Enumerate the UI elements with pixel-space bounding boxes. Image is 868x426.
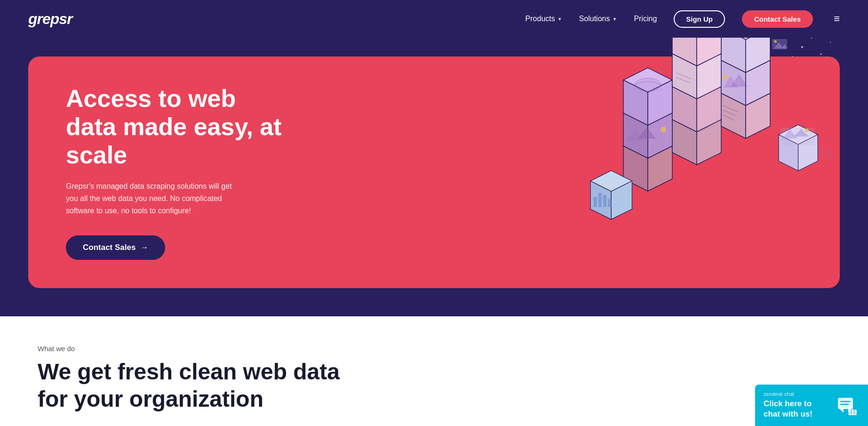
hero-illustration — [529, 38, 849, 301]
svg-point-53 — [774, 40, 777, 43]
svg-point-37 — [723, 74, 727, 79]
chevron-down-icon: ▼ — [557, 16, 562, 22]
svg-marker-79 — [840, 409, 844, 413]
svg-rect-83 — [848, 414, 857, 415]
svg-rect-57 — [698, 38, 717, 39]
svg-point-4 — [830, 42, 831, 43]
svg-rect-64 — [598, 193, 602, 207]
svg-line-75 — [819, 152, 830, 157]
svg-rect-65 — [603, 195, 606, 207]
nav-products[interactable]: Products ▼ — [526, 15, 562, 23]
hero-section: Access to web data made easy, at scale G… — [0, 38, 868, 316]
hamburger-icon[interactable]: ≡ — [834, 13, 840, 25]
hero-subtitle: Grepsr's managed data scraping solutions… — [66, 180, 245, 217]
zendesk-chat-icon — [835, 393, 860, 418]
what-we-do-title: We get fresh clean web data for your org… — [38, 358, 830, 412]
logo[interactable]: grepsr — [28, 10, 72, 28]
svg-rect-82 — [854, 410, 857, 414]
hero-title: Access to web data made easy, at scale — [66, 85, 292, 169]
zendesk-text: zendesk chat Click here to chat with us! — [764, 391, 828, 419]
zendesk-label: zendesk chat — [764, 391, 828, 397]
contact-sales-hero-button[interactable]: Contact Sales → — [66, 235, 165, 260]
svg-point-73 — [805, 128, 809, 132]
nav-pricing[interactable]: Pricing — [634, 15, 657, 23]
what-we-do-label: What we do — [38, 345, 830, 353]
svg-point-1 — [811, 38, 812, 39]
hero-card: Access to web data made easy, at scale G… — [28, 56, 840, 288]
svg-rect-81 — [852, 409, 854, 414]
svg-rect-66 — [608, 199, 611, 207]
svg-point-0 — [801, 46, 803, 48]
nav-solutions[interactable]: Solutions ▼ — [579, 15, 617, 23]
svg-rect-76 — [838, 398, 853, 409]
hero-text: Access to web data made easy, at scale G… — [66, 85, 292, 260]
chevron-down-icon: ▼ — [612, 16, 617, 22]
zendesk-chat-widget[interactable]: zendesk chat Click here to chat with us! — [755, 385, 868, 426]
signup-button[interactable]: Sign Up — [674, 10, 725, 28]
nav-links: Products ▼ Solutions ▼ Pricing Sign Up C… — [526, 10, 840, 28]
svg-rect-63 — [594, 197, 597, 207]
zendesk-cta: Click here to chat with us! — [764, 399, 828, 419]
below-hero-section: What we do We get fresh clean web data f… — [0, 316, 868, 426]
svg-line-74 — [819, 148, 831, 153]
svg-point-25 — [661, 127, 666, 132]
svg-point-2 — [792, 56, 793, 57]
contact-sales-nav-button[interactable]: Contact Sales — [742, 10, 813, 28]
navbar: grepsr Products ▼ Solutions ▼ Pricing Si… — [0, 0, 868, 38]
svg-rect-80 — [848, 407, 851, 414]
svg-point-3 — [820, 53, 822, 55]
